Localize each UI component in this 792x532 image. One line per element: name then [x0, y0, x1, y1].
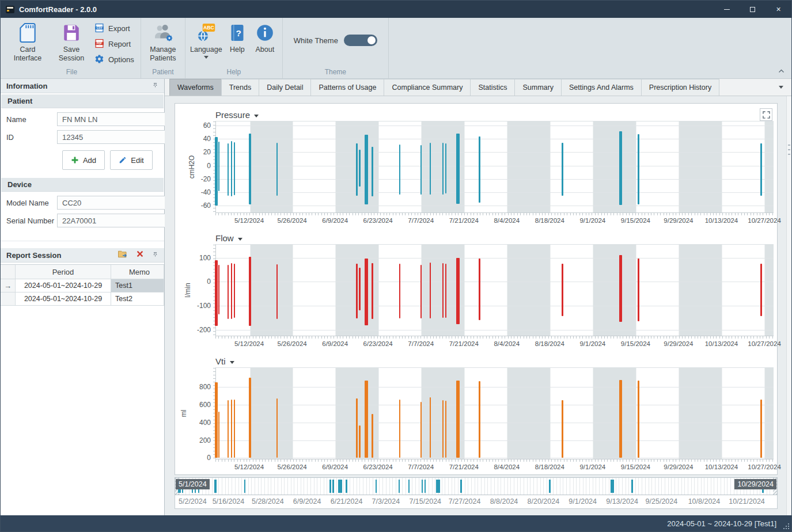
period-cell[interactable]: 2024-05-01~2024-10-29	[16, 292, 111, 305]
vti-plot: 8006004002000ml	[215, 367, 774, 459]
add-button[interactable]: Add	[62, 150, 105, 170]
card-interface-button[interactable]: Card Interface	[6, 20, 50, 63]
chart-title-flow[interactable]: Flow	[215, 233, 234, 243]
y-gridline	[216, 306, 774, 306]
x-tick-label: 6/23/2024	[363, 217, 393, 224]
edit-button[interactable]: Edit	[110, 150, 153, 170]
about-button[interactable]: About	[251, 20, 279, 54]
id-field[interactable]	[57, 130, 169, 144]
chart-signal-dropdown-icon[interactable]	[254, 115, 259, 117]
y-tick-label: 0	[207, 162, 211, 170]
options-button[interactable]: Options	[94, 53, 134, 66]
timeline-end-badge[interactable]: 10/29/2024	[734, 479, 776, 489]
language-label: Language	[190, 45, 222, 54]
vti-data-bar	[234, 400, 235, 458]
flow-data-bar	[249, 257, 251, 326]
export-button[interactable]: CSV Export	[94, 22, 134, 35]
memo-cell[interactable]: Test2	[111, 292, 164, 305]
chart-vti: Vti8006004002000ml5/12/20245/26/20246/9/…	[175, 351, 777, 474]
manage-patients-button[interactable]: Manage Patients	[144, 20, 182, 63]
y-tick-label: 200	[199, 436, 211, 444]
table-row[interactable]: →2024-05-01~2024-10-29Test1	[1, 279, 164, 292]
flow-data-bar	[479, 259, 480, 320]
vti-data-bar	[619, 380, 622, 458]
tab-patterns-of-usage[interactable]: Patterns of Usage	[310, 79, 384, 96]
vti-data-bar	[442, 400, 444, 458]
white-theme-toggle[interactable]	[344, 35, 377, 46]
memo-column-header[interactable]: Memo	[111, 265, 164, 279]
timeline-data-mark	[376, 480, 377, 492]
close-button[interactable]: ×	[766, 1, 791, 18]
pin-icon-2[interactable]	[152, 250, 158, 260]
pin-icon[interactable]	[152, 81, 158, 91]
chart-title-row-flow: Flow	[175, 228, 777, 244]
app-window: ComfortReader - 2.0.0 × Card Interface	[0, 0, 792, 532]
ribbon-collapse-icon[interactable]	[778, 65, 785, 75]
vti-data-bar	[562, 400, 563, 458]
y-tick-label: 600	[199, 401, 211, 409]
y-tick-label: 60	[203, 121, 211, 130]
timeline-tick-label: 6/9/2024	[293, 497, 321, 506]
tab-settings-and-alarms[interactable]: Settings And Alarms	[561, 79, 642, 96]
options-label: Options	[108, 55, 134, 64]
minimize-button[interactable]	[714, 1, 740, 18]
y-gridline	[216, 423, 774, 423]
device-title: Device	[7, 180, 32, 189]
tab-overflow-button[interactable]	[771, 79, 791, 96]
delete-session-icon[interactable]	[136, 250, 144, 260]
pressure-data-bar	[619, 131, 622, 205]
timeline-start-badge[interactable]: 5/1/2024	[176, 479, 210, 489]
edit-label: Edit	[131, 156, 143, 165]
title-bar[interactable]: ComfortReader - 2.0.0 ×	[1, 1, 791, 18]
x-gridline	[550, 368, 551, 459]
name-field[interactable]	[57, 112, 169, 126]
timeline-tick-label: 7/27/2024	[449, 497, 481, 506]
expand-button[interactable]	[760, 108, 772, 121]
help-button[interactable]: ? Help	[224, 20, 251, 54]
chart-title-pressure[interactable]: Pressure	[215, 110, 250, 120]
tab-compliance-summary[interactable]: Compliance Summary	[384, 79, 471, 96]
pressure-data-bar	[365, 135, 368, 204]
vti-unit-label: ml	[180, 410, 188, 417]
model-name-field[interactable]	[57, 196, 169, 210]
tab-trends[interactable]: Trends	[221, 79, 259, 96]
report-session-title: Report Session	[6, 251, 61, 260]
svg-text:PDF: PDF	[97, 42, 102, 45]
serial-number-field[interactable]	[57, 214, 169, 227]
y-gridline	[216, 206, 774, 206]
timeline-range-selector[interactable]: 5/1/2024 10/29/2024 5/2/20245/16/20245/2…	[175, 477, 778, 509]
resize-grip[interactable]	[788, 528, 789, 529]
language-button[interactable]: ABC Language	[188, 20, 224, 59]
tab-waveforms[interactable]: Waveforms	[169, 79, 222, 96]
timeline-tick-label: 10/21/2024	[729, 497, 765, 506]
pressure-data-bar	[228, 143, 229, 196]
timeline-track[interactable]	[179, 478, 773, 495]
tab-prescription-history[interactable]: Prescription History	[641, 79, 719, 96]
table-row[interactable]: 2024-05-01~2024-10-29Test2	[1, 292, 164, 306]
x-tick-label: 6/23/2024	[363, 340, 393, 347]
memo-cell[interactable]: Test1	[111, 279, 164, 292]
open-session-icon[interactable]	[118, 250, 128, 261]
tab-statistics[interactable]: Statistics	[470, 79, 515, 96]
period-column-header[interactable]: Period	[16, 265, 111, 279]
ribbon-group-label-patient: Patient	[144, 67, 182, 78]
maximize-button[interactable]	[740, 1, 766, 18]
chart-signal-dropdown-icon[interactable]	[238, 238, 242, 241]
flow-data-bar	[228, 265, 229, 319]
vertical-scrollbar[interactable]	[786, 96, 791, 515]
tab-daily-detail[interactable]: Daily Detail	[259, 79, 311, 96]
tab-summary[interactable]: Summary	[514, 79, 561, 96]
x-tick-label: 7/7/2024	[408, 217, 434, 224]
flow-data-bar	[562, 264, 563, 316]
chart-title-vti[interactable]: Vti	[215, 356, 226, 366]
timeline-tick-label: 8/20/2024	[528, 497, 560, 506]
timeline-strip[interactable]: 5/1/2024 10/29/2024	[175, 477, 778, 495]
x-gridline	[507, 121, 507, 212]
period-cell[interactable]: 2024-05-01~2024-10-29	[16, 279, 111, 292]
chart-signal-dropdown-icon[interactable]	[230, 361, 234, 364]
save-session-button[interactable]: Save Session	[50, 20, 93, 63]
vti-x-axis: 5/12/20245/26/20246/9/20246/23/20247/7/2…	[215, 459, 774, 473]
report-button[interactable]: PDF Report	[94, 37, 134, 51]
x-tick-label: 8/4/2024	[494, 217, 520, 224]
x-gridline	[378, 368, 379, 459]
